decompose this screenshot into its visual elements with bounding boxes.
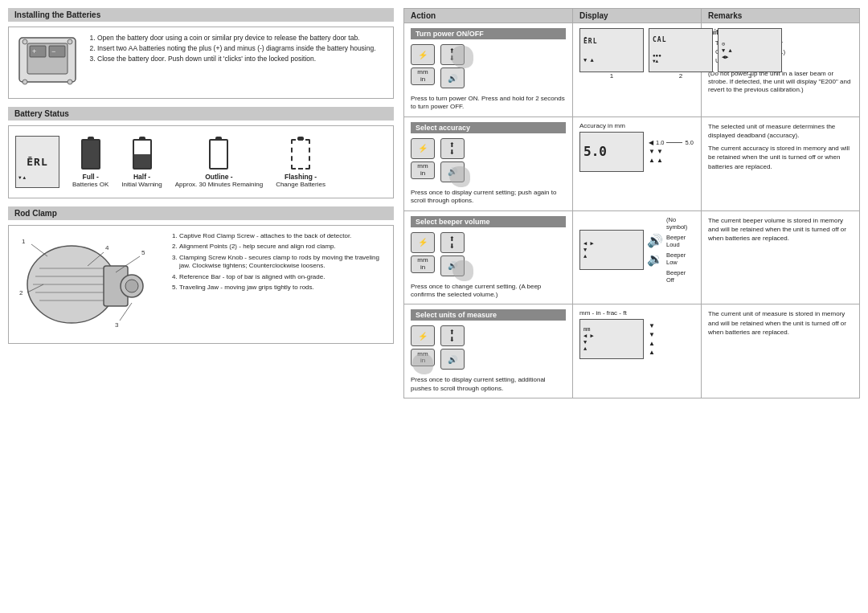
lcd-2-wrapper: CAL ●●●▼▲ 2	[649, 28, 713, 80]
battery-outline-label: Outline -	[205, 173, 232, 181]
units-subrow: ⚡ ⬆⬇ mmin 🔊	[411, 325, 566, 373]
row-accuracy: Select accuracy ⚡ ⬆⬇ mmin 🔊 Press once t…	[403, 117, 860, 211]
power-display-cell: ĒRL ▼ ▲ 1 CAL ●●●▼▲ 2	[573, 23, 702, 116]
lcd-2-cal: CAL	[653, 36, 709, 43]
accuracy-display-cell: Accuracy in mm 5.0 ◀ 1.0 5.0	[573, 117, 702, 210]
units-subheader: Select units of measure	[411, 309, 566, 321]
rod-clamp-list: Captive Rod Clamp Screw - attaches to th…	[168, 232, 387, 292]
battery-full-sub: Batteries OK	[72, 181, 108, 188]
battery-outline: Outline - Approx. 30 Minutes Remaining	[175, 139, 263, 188]
lightning-btn-beep[interactable]: ⚡	[411, 232, 435, 253]
battery-flash-sub: Change Batteries	[276, 181, 326, 188]
power-remarks-4: (Do not power up the unit in a laser bea…	[708, 70, 853, 95]
beeper-desc: Press once to change current setting. (A…	[411, 283, 566, 300]
battery-lcd: ĒRL ▼ ▲	[15, 136, 59, 188]
accuracy-subheader: Select accuracy	[411, 122, 566, 133]
beeper-subheader: Select beeper volume	[411, 216, 566, 227]
accuracy-action-cell: Select accuracy ⚡ ⬆⬇ mmin 🔊 Press once t…	[404, 117, 573, 210]
rod-clamp-content: 1 2 3 4 5 Captive Rod Clamp Screw - atta…	[8, 225, 394, 344]
left-column: Installing the Batteries	[8, 8, 394, 398]
battery-full-label: Full -	[83, 173, 99, 181]
lcd-3: ⊙▼ ▲◀▶	[718, 28, 782, 72]
installing-section: Installing the Batteries	[8, 8, 394, 99]
installing-content: + − Open the battery door using a coin o…	[8, 27, 394, 99]
speaker-btn[interactable]: 🔊	[440, 67, 465, 88]
lightning-btn-acc[interactable]: ⚡	[411, 138, 435, 159]
beeper-low-label: BeeperLow	[666, 251, 694, 266]
accuracy-arrow-set2: ▲▲	[649, 157, 694, 164]
svg-text:4: 4	[105, 244, 109, 251]
lcd-2: CAL ●●●▼▲	[649, 28, 713, 72]
accuracy-display-row: 5.0 ◀ 1.0 5.0 ▼▼ ▲▲	[579, 132, 694, 172]
accuracy-arrow-set: ▼▼	[649, 148, 694, 155]
beeper-lcd: ◀ ▶▼▲	[579, 230, 644, 270]
header-action: Action	[404, 9, 573, 22]
battery-door-diagram: + −	[15, 34, 80, 92]
lcd-arrow-down: ▼	[18, 175, 22, 181]
battery-half: Half - Initial Warning	[121, 139, 162, 188]
units-remarks-1: The current unit of measure is stored in…	[708, 309, 853, 337]
finger-indicator-power	[451, 46, 473, 68]
rod-clamp-header: Rod Clamp	[8, 206, 394, 220]
battery-half-icon	[133, 139, 152, 170]
units-arrow-down: ▼	[649, 331, 655, 338]
beeper-loud-icon: 🔊	[647, 233, 663, 248]
rod-clamp-item-2: Alignment Points (2) - help secure and a…	[179, 243, 387, 251]
svg-point-6	[23, 39, 27, 44]
battery-status-row: ĒRL ▼ ▲ Full - Batteries OK	[15, 133, 387, 191]
mm-in-btn-beep[interactable]: mmin	[411, 255, 435, 273]
lcd-1: ĒRL ▼ ▲	[579, 28, 644, 72]
beeper-remarks-cell: The current beeper volume is stored in m…	[702, 211, 859, 304]
speaker-btn-units[interactable]: 🔊	[440, 349, 465, 370]
rod-clamp-svg: 1 2 3 4 5	[15, 232, 164, 341]
power-desc: Press to turn power ON. Press and hold f…	[411, 95, 566, 112]
accuracy-display-note: Accuracy in mm	[579, 122, 694, 129]
battery-full: Full - Batteries OK	[72, 139, 108, 188]
battery-status-content: ĒRL ▼ ▲ Full - Batteries OK	[8, 125, 394, 198]
units-desc: Press once to display current setting, a…	[411, 376, 566, 393]
lcd-arrows: ▼ ▲	[18, 175, 26, 181]
svg-text:1: 1	[22, 238, 26, 245]
units-arrows: ▼ ▼ ▲ ▲	[649, 322, 655, 356]
install-step-1: Open the battery door using a coin or si…	[97, 34, 376, 43]
beeper-subrow: ⚡ ⬆⬇ mmin 🔊	[411, 232, 566, 280]
battery-flash: Flashing - Change Batteries	[276, 139, 326, 188]
accuracy-arrows-indicator: ◀ 1.0 5.0	[649, 139, 694, 146]
row-power: Turn power ON/OFF ⚡ ⬆⬇ mmin 🔊 Pr	[403, 23, 860, 117]
row-beeper: Select beeper volume ⚡ ⬆⬇ mmin 🔊 Press o…	[403, 211, 860, 305]
units-remarks-cell: The current unit of measure is stored in…	[702, 304, 859, 398]
arrows-btn-acc[interactable]: ⬆⬇	[440, 138, 465, 159]
lcd-3-content: ⊙▼ ▲◀▶	[722, 41, 778, 60]
svg-text:−: −	[51, 47, 55, 55]
lcd-display-battery: ĒRL ▼ ▲	[15, 136, 59, 188]
lcd-1-cal: ĒRL	[583, 38, 640, 45]
mm-in-btn-acc[interactable]: mmin	[411, 161, 435, 179]
mm-in-btn[interactable]: mmin	[411, 67, 435, 85]
rod-clamp-item-5: Traveling Jaw - moving jaw grips tightly…	[179, 284, 387, 292]
svg-point-7	[68, 39, 72, 44]
lcd-1-wrapper: ĒRL ▼ ▲ 1	[579, 28, 644, 80]
units-action-cell: Select units of measure ⚡ ⬆⬇ mmin 🔊 Pres…	[404, 304, 573, 398]
accuracy-remarks-2: The current accuracy is stored in memory…	[708, 144, 853, 171]
arrows-btn-beep[interactable]: ⬆⬇	[440, 232, 465, 253]
power-displays: ĒRL ▼ ▲ 1 CAL ●●●▼▲ 2	[579, 28, 694, 80]
lightning-btn[interactable]: ⚡	[411, 44, 435, 65]
beeper-low-icon: 🔉	[647, 251, 663, 267]
units-lcd: mm◀ ▶▼▲	[579, 319, 644, 359]
lightning-btn-units[interactable]: ⚡	[411, 325, 435, 346]
rod-clamp-item-1: Captive Rod Clamp Screw - attaches to th…	[179, 232, 387, 240]
lcd-1-label: 1	[610, 72, 613, 80]
accuracy-high: 5.0	[685, 139, 693, 146]
beeper-action-cell: Select beeper volume ⚡ ⬆⬇ mmin 🔊 Press o…	[404, 211, 573, 304]
lcd-3-wrapper: ⊙▼ ▲◀▶ 3	[718, 28, 782, 80]
beeper-loud-label: BeeperLoud	[666, 234, 694, 248]
beeper-lcd-content: ◀ ▶▼▲	[583, 240, 640, 260]
beeper-display-cell: ◀ ▶▼▲ 🔊 🔉 (No symbol) BeeperLoud BeeperL…	[573, 211, 702, 304]
beeper-remarks-1: The current beeper volume is stored in m…	[708, 216, 853, 243]
no-symbol-label: (No symbol)	[666, 216, 694, 231]
units-arrow-up2: ▲	[649, 340, 655, 347]
svg-text:+: +	[32, 47, 36, 55]
battery-flash-icon	[291, 139, 310, 170]
arrows-btn-units[interactable]: ⬆⬇	[440, 325, 465, 346]
lcd-arrow-up: ▲	[23, 175, 27, 181]
